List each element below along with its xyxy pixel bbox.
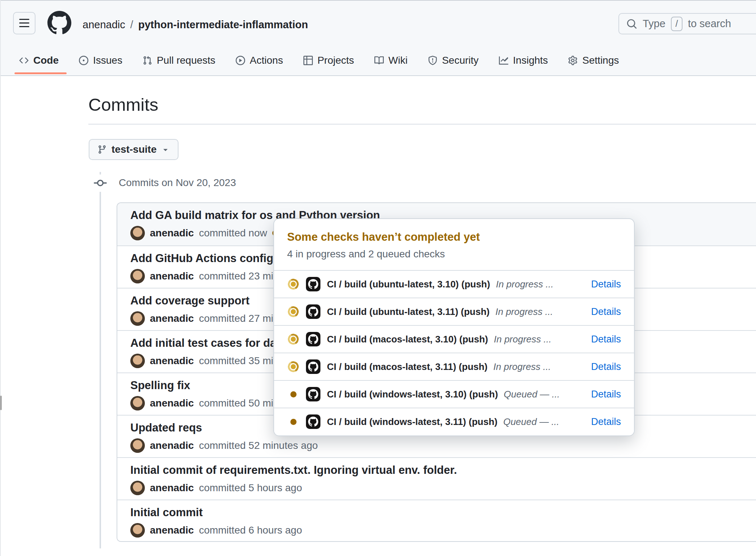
check-name: CI / build (windows-latest, 3.10) (push): [327, 389, 498, 400]
check-details-link[interactable]: Details: [591, 334, 621, 345]
check-name: CI / build (macos-latest, 3.11) (push): [327, 361, 488, 372]
commit-time: committed 5 hours ago: [199, 482, 302, 494]
commit-timeline-line: [100, 172, 101, 548]
commit-author-link[interactable]: anenadic: [150, 440, 194, 451]
avatar[interactable]: [130, 438, 145, 453]
tab-code[interactable]: Code: [19, 55, 59, 66]
check-details-link[interactable]: Details: [591, 389, 621, 400]
repo-nav: Code Issues Pull requests Actions Projec…: [19, 50, 619, 71]
checks-popup-header: Some checks haven’t completed yet 4 in p…: [274, 219, 634, 270]
tab-wiki[interactable]: Wiki: [374, 55, 408, 66]
in-progress-spinner-icon: [286, 360, 300, 374]
shield-icon: [428, 56, 437, 65]
breadcrumb: anenadic / python-intermediate-inflammat…: [83, 17, 308, 32]
book-icon: [374, 56, 384, 65]
avatar[interactable]: [130, 354, 145, 368]
checks-status-popup: Some checks haven’t completed yet 4 in p…: [273, 218, 635, 436]
gear-icon: [568, 56, 578, 65]
commit-time: committed 52 minutes ago: [199, 440, 318, 451]
check-details-link[interactable]: Details: [591, 361, 621, 372]
commit-meta: anenadic committed 5 hours ago: [130, 481, 756, 495]
in-progress-spinner-icon: [286, 332, 300, 346]
github-actions-avatar: [306, 387, 320, 401]
search-placeholder-prefix: Type: [643, 18, 665, 30]
github-actions-avatar: [306, 359, 320, 374]
avatar[interactable]: [130, 396, 145, 410]
breadcrumb-owner-link[interactable]: anenadic: [83, 19, 125, 31]
tab-issues[interactable]: Issues: [79, 55, 122, 66]
tab-code-label: Code: [33, 55, 59, 66]
tab-settings[interactable]: Settings: [568, 55, 619, 66]
check-name: CI / build (macos-latest, 3.10) (push): [327, 334, 488, 345]
tab-security[interactable]: Security: [428, 55, 479, 66]
code-icon: [19, 56, 29, 65]
avatar[interactable]: [130, 226, 145, 240]
commit-row: Initial commit anenadic committed 6 hour…: [117, 500, 756, 542]
commit-meta: anenadic committed 6 hours ago: [130, 523, 756, 538]
checks-popup-summary: 4 in progress and 2 queued checks: [287, 248, 621, 260]
commit-row: Initial commit of requirements.txt. Igno…: [117, 457, 756, 500]
commit-meta: anenadic committed 52 minutes ago: [130, 438, 756, 453]
commit-author-link[interactable]: anenadic: [150, 270, 194, 282]
breadcrumb-separator: /: [130, 19, 133, 31]
check-row: CI / build (ubuntu-latest, 3.10) (push) …: [274, 270, 634, 298]
in-progress-spinner-icon: [286, 305, 300, 319]
check-status: Queued — ...: [504, 389, 560, 400]
in-progress-spinner-icon: [286, 277, 300, 291]
tab-settings-label: Settings: [582, 55, 619, 66]
check-status: In progress ...: [496, 279, 554, 290]
tab-actions[interactable]: Actions: [236, 55, 283, 66]
queued-status-dot-icon: [290, 391, 297, 397]
queued-status-dot-icon: [290, 419, 297, 425]
branch-selector-button[interactable]: test-suite: [89, 139, 178, 160]
tab-pull-requests[interactable]: Pull requests: [143, 55, 215, 66]
check-status: In progress ...: [494, 361, 551, 372]
active-tab-underline: [14, 72, 67, 74]
check-row: CI / build (windows-latest, 3.11) (push)…: [274, 408, 634, 435]
commit-time: committed 6 hours ago: [199, 525, 302, 536]
avatar[interactable]: [130, 481, 145, 495]
commit-author-link[interactable]: anenadic: [150, 313, 194, 324]
tab-insights[interactable]: Insights: [499, 55, 548, 66]
chevron-down-icon: [161, 145, 170, 154]
commit-author-link[interactable]: anenadic: [150, 397, 194, 409]
commit-author-link[interactable]: anenadic: [150, 525, 194, 536]
check-status: Queued — ...: [503, 416, 559, 427]
tab-actions-label: Actions: [250, 55, 283, 66]
check-details-link[interactable]: Details: [591, 416, 621, 427]
github-actions-avatar: [306, 414, 320, 429]
github-actions-avatar: [306, 304, 320, 319]
hamburger-menu-button[interactable]: [13, 12, 35, 34]
avatar[interactable]: [130, 523, 145, 538]
github-logo-icon[interactable]: [47, 11, 71, 35]
check-details-link[interactable]: Details: [591, 279, 621, 290]
avatar[interactable]: [130, 311, 145, 326]
commit-author-link[interactable]: anenadic: [150, 227, 194, 239]
avatar[interactable]: [130, 269, 145, 283]
check-name: CI / build (windows-latest, 3.11) (push): [327, 416, 497, 427]
global-header: anenadic / python-intermediate-inflammat…: [0, 0, 756, 76]
check-status: In progress ...: [494, 334, 551, 345]
table-icon: [303, 56, 313, 65]
commit-author-link[interactable]: anenadic: [150, 482, 194, 494]
breadcrumb-repo-link[interactable]: python-intermediate-inflammation: [138, 19, 308, 31]
commit-title-link[interactable]: Initial commit: [130, 506, 756, 519]
page-title: Commits: [88, 94, 158, 115]
left-scrollbar-thumb[interactable]: [0, 396, 2, 410]
commit-title-link[interactable]: Initial commit of requirements.txt. Igno…: [130, 464, 756, 477]
git-commit-icon: [93, 174, 108, 192]
tab-insights-label: Insights: [513, 55, 548, 66]
hamburger-icon: [18, 17, 30, 29]
git-branch-icon: [97, 145, 107, 154]
tab-projects[interactable]: Projects: [303, 55, 354, 66]
commit-author-link[interactable]: anenadic: [150, 355, 194, 367]
github-actions-avatar: [306, 332, 320, 346]
slash-key-hint: /: [671, 17, 682, 31]
tab-wiki-label: Wiki: [388, 55, 408, 66]
check-details-link[interactable]: Details: [591, 306, 621, 317]
title-divider: [88, 124, 756, 125]
commit-date-group-heading: Commits on Nov 20, 2023: [119, 177, 236, 189]
checks-popup-title: Some checks haven’t completed yet: [287, 231, 621, 244]
check-name: CI / build (ubuntu-latest, 3.11) (push): [327, 306, 490, 317]
global-search-input[interactable]: Type / to search: [618, 13, 756, 34]
